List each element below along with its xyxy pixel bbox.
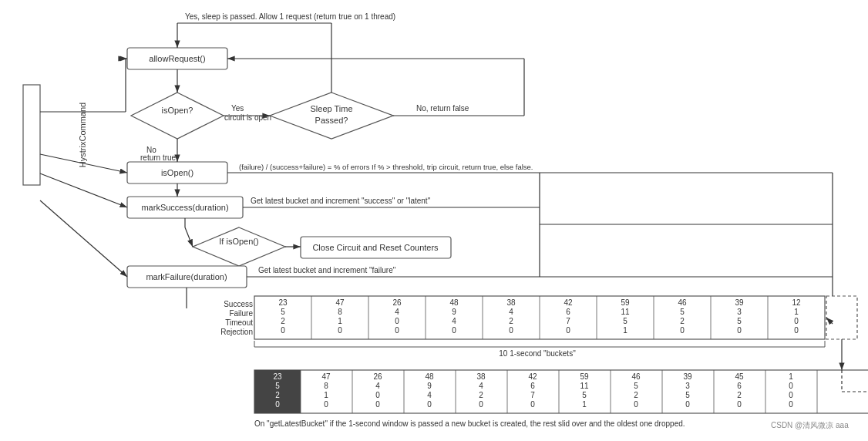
svg-rect-2 — [23, 85, 40, 185]
bucket2-t1-r1: 23 — [273, 372, 282, 381]
bucket2-t11-r1: 1 — [789, 372, 793, 381]
bucket-t9-r2: 3 — [737, 308, 742, 316]
bucket-t5-r4: 0 — [509, 326, 513, 335]
bucket-t5-r1: 38 — [506, 298, 516, 307]
bucket-t8-r4: 0 — [680, 326, 685, 335]
bucket-t6-r3: 7 — [566, 317, 570, 325]
bucket2-t9-r2: 3 — [685, 382, 690, 390]
mark-success-label: markSuccess(duration) — [141, 203, 228, 212]
bucket-t4-r3: 4 — [452, 317, 456, 325]
bucket-t1-r3: 2 — [281, 317, 285, 325]
bucket2-t8-r4: 0 — [634, 400, 638, 409]
bucket-t2-r3: 1 — [338, 317, 342, 325]
bucket2-t2-r1: 47 — [321, 372, 331, 381]
svg-rect-54 — [826, 296, 857, 339]
bucket-t8-r2: 5 — [680, 308, 685, 316]
success-label: Success — [224, 300, 253, 308]
if-is-open-label: If isOpen() — [219, 237, 258, 246]
bucket2-t11-r4: 0 — [789, 400, 793, 409]
bucket2-t8-r3: 2 — [634, 391, 638, 399]
bucket2-t4-r2: 9 — [427, 382, 432, 390]
bucket2-t11-r2: 0 — [789, 382, 793, 390]
bucket2-t1-r4: 0 — [275, 400, 280, 409]
no-return-true-label2: return true — [140, 153, 177, 162]
is-open-diamond-label: isOpen? — [162, 106, 193, 115]
bucket2-t2-r4: 0 — [324, 400, 328, 409]
close-circuit-label: Close Circuit and Reset Counters — [312, 243, 439, 252]
diagram: HystrixCommand allowRequest() isOpen? Sl… — [0, 0, 868, 441]
bucket-t9-r4: 0 — [737, 326, 742, 335]
bucket-t2-r2: 8 — [338, 308, 342, 316]
watermark: CSDN @清风微凉 aaa — [771, 421, 849, 429]
bucket-t7-r3: 5 — [623, 317, 627, 325]
bucket2-t4-r4: 0 — [427, 400, 432, 409]
bucket2-t1-r2: 5 — [275, 382, 280, 390]
bucket2-t9-r1: 39 — [683, 372, 692, 381]
bucket2-t10-r3: 2 — [737, 391, 742, 399]
get-latest-bucket-failure-label: Get latest bucket and increment "failure… — [258, 266, 396, 274]
sleep-time-label1: Sleep Time — [310, 104, 352, 113]
bucket2-t7-r2: 11 — [580, 382, 589, 390]
yes-sleep-passed-label: Yes, sleep is passed. Allow 1 request (r… — [185, 12, 395, 21]
bucket2-t2-r2: 8 — [324, 382, 328, 390]
bucket2-t7-r1: 59 — [580, 372, 589, 381]
sleep-time-label2: Passed? — [315, 116, 348, 125]
bucket-t6-r4: 0 — [566, 326, 570, 335]
bucket-t8-r3: 2 — [680, 317, 685, 325]
bucket-t7-r4: 1 — [623, 326, 627, 335]
bucket-t2-r4: 0 — [338, 326, 342, 335]
bucket-t10-r1: 12 — [792, 298, 801, 307]
bucket-t8-r1: 46 — [678, 298, 687, 307]
bucket2-t7-r3: 5 — [582, 391, 587, 399]
bucket2-t1-r3: 2 — [275, 391, 280, 399]
bucket2-t10-r2: 6 — [737, 382, 742, 390]
bucket2-t3-r3: 0 — [375, 391, 380, 399]
bucket2-t4-r1: 48 — [425, 372, 434, 381]
bucket2-t10-r4: 0 — [737, 400, 742, 409]
is-open-call-label: isOpen() — [161, 168, 193, 177]
bucket-t1-r4: 0 — [281, 326, 285, 335]
bucket-t7-r1: 59 — [621, 298, 630, 307]
bucket-t3-r3: 0 — [395, 317, 399, 325]
bucket-t10-r4: 0 — [794, 326, 799, 335]
bucket2-t11-r3: 0 — [789, 391, 793, 399]
svg-marker-8 — [193, 227, 285, 266]
mark-failure-label: markFailure(duration) — [146, 272, 227, 281]
bucket-t4-r4: 0 — [452, 326, 456, 335]
bucket2-t3-r4: 0 — [375, 400, 380, 409]
bucket2-t8-r2: 5 — [634, 382, 638, 390]
bucket-t9-r3: 5 — [737, 317, 742, 325]
svg-line-17 — [40, 200, 127, 277]
bucket-t5-r3: 2 — [509, 317, 513, 325]
bucket2-t3-r1: 26 — [373, 372, 382, 381]
bucket-t7-r2: 11 — [621, 308, 630, 316]
timeout-label: Timeout — [225, 318, 253, 327]
bucket2-t4-r3: 4 — [427, 391, 432, 399]
yes-circuit-open-label2: circuit is open — [224, 113, 271, 122]
bucket2-t5-r3: 2 — [479, 391, 483, 399]
bucket-t5-r2: 4 — [509, 308, 513, 316]
bucket-t4-r1: 48 — [449, 298, 459, 307]
bucket2-t5-r4: 0 — [479, 400, 483, 409]
bucket-t10-r2: 1 — [794, 308, 799, 316]
bucket2-t3-r2: 4 — [375, 382, 380, 390]
bucket2-t5-r2: 4 — [479, 382, 483, 390]
bucket-t1-r2: 5 — [281, 308, 285, 316]
bottom-note: On "getLatestBucket" if the 1-second win… — [254, 419, 685, 428]
bucket2-t6-r4: 0 — [530, 400, 535, 409]
yes-circuit-open-label: Yes — [231, 104, 244, 113]
is-open-formula-label: (failure) / (success+failure) = % of err… — [239, 163, 533, 171]
bucket2-t5-r1: 38 — [476, 372, 486, 381]
bucket2-t7-r4: 1 — [582, 400, 587, 409]
bucket-t3-r2: 4 — [395, 308, 399, 316]
bucket2-t2-r3: 1 — [324, 391, 328, 399]
no-return-false-label: No, return false — [416, 104, 469, 113]
flow-diagram: HystrixCommand allowRequest() isOpen? Sl… — [0, 0, 868, 441]
ten-buckets-label: 10 1-second "buckets" — [499, 349, 576, 358]
bucket-t3-r4: 0 — [395, 326, 399, 335]
bucket2-t8-r1: 46 — [631, 372, 641, 381]
bucket-t2-r1: 47 — [335, 298, 345, 307]
bucket-t10-r3: 0 — [794, 317, 799, 325]
allow-request-label: allowRequest() — [149, 54, 205, 63]
svg-line-16 — [40, 173, 127, 207]
